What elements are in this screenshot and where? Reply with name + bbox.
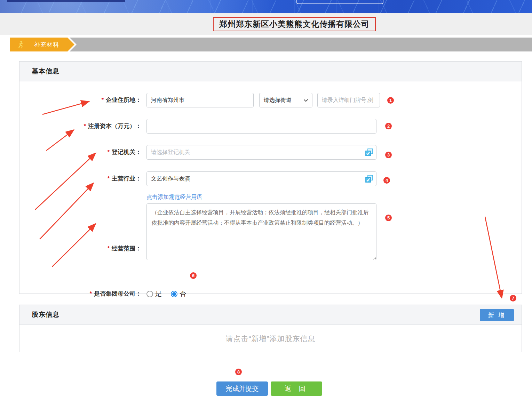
basic-info-panel: 基本信息 *企业住所地： 请选择街道 *注册资本（万元）： *登记机关： [19,61,522,294]
authority-input[interactable] [146,145,376,160]
picker-checkbox-icon[interactable] [365,148,373,158]
group-parent-label: *是否集团母公司： [19,289,141,299]
radio-no-label: 否 [180,289,186,298]
capital-input[interactable] [146,119,376,134]
back-button[interactable]: 返 回 [271,381,322,396]
shareholder-empty-hint: 请点击“新增”添加股东信息 [19,325,522,352]
chevron-down-icon [304,97,308,103]
annotation-badge-7: 7 [510,295,516,302]
radio-yes-label: 是 [155,289,162,298]
walking-person-icon [17,40,24,49]
address-label: *企业住所地： [19,93,141,107]
radio-no[interactable]: 否 [171,289,186,298]
shareholder-panel: 股东信息 新 增 请点击“新增”添加股东信息 [19,305,522,352]
required-asterisk: * [90,291,92,297]
capital-label: *注册资本（万元）： [19,119,141,134]
picker-checkbox-icon[interactable] [365,175,373,184]
company-title: 郑州郑东新区小美熊熊文化传播有限公司 [213,17,376,31]
scope-label: *经营范围： [19,241,141,256]
step-tab-label: 补充材料 [34,41,59,49]
required-asterisk: * [102,97,104,103]
business-scope-textarea[interactable] [146,203,376,260]
step-tab-row: 补充材料 [0,38,532,51]
required-asterisk: * [108,176,110,182]
top-banner [0,0,532,13]
shareholder-header: 股东信息 新 增 [19,305,522,325]
street-select[interactable]: 请选择街道 [259,93,312,107]
address-detail-input[interactable] [317,93,380,107]
basic-info-header: 基本信息 [19,62,522,81]
authority-label: *登记机关： [19,145,141,160]
street-select-value: 请选择街道 [264,97,292,104]
add-standard-terms-link[interactable]: 点击添加规范经营用语 [146,194,202,201]
annotation-badge-8: 8 [235,369,242,375]
banner-searchbox-remnant [296,0,383,4]
submit-button[interactable]: 完成并提交 [216,381,268,396]
address-region-input[interactable] [146,93,254,107]
radio-no-circle[interactable] [171,291,177,297]
banner-text-remnant [7,0,125,2]
add-shareholder-button[interactable]: 新 增 [480,309,514,321]
radio-yes-circle[interactable] [146,291,153,297]
industry-label: *主营行业： [19,171,141,186]
required-asterisk: * [108,149,110,155]
step-bar-track [56,38,532,51]
basic-info-title: 基本信息 [32,67,59,76]
step-tab-supplement-material[interactable]: 补充材料 [10,38,74,51]
radio-yes[interactable]: 是 [146,289,162,298]
industry-input[interactable] [146,171,376,186]
title-strip: 郑州郑东新区小美熊熊文化传播有限公司 [0,13,532,35]
required-asterisk: * [108,246,110,251]
shareholder-title: 股东信息 [32,310,59,319]
required-asterisk: * [84,123,86,129]
